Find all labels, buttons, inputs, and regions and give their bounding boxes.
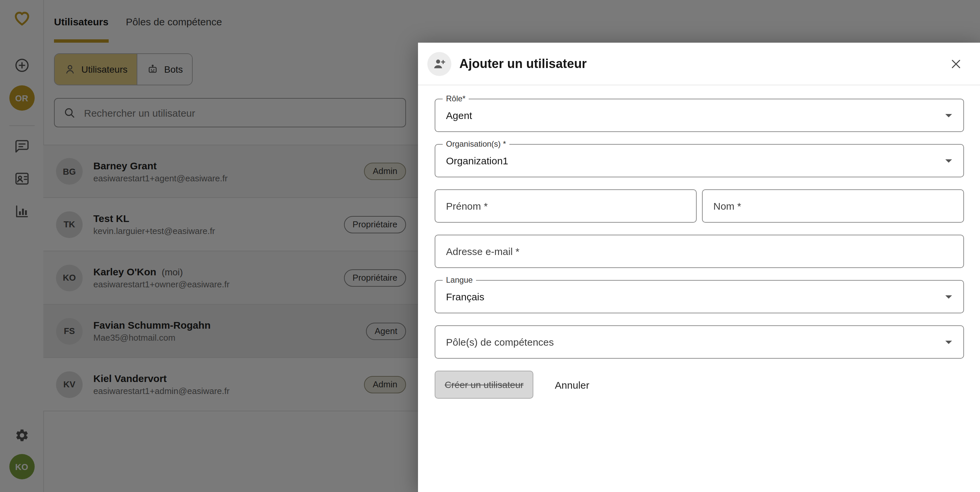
firstname-label: Prénom * — [446, 200, 488, 212]
poles-select[interactable]: Pôle(s) de compétences — [435, 325, 964, 359]
app-window: OR — [0, 0, 980, 492]
language-value: Français — [446, 291, 484, 303]
name-fields-row: Prénom * Nom * — [435, 189, 964, 235]
organisation-label: Organisation(s) * — [443, 139, 509, 149]
close-icon — [949, 56, 963, 71]
person-add-icon — [432, 56, 447, 71]
role-value: Agent — [446, 110, 472, 121]
dialog-title: Ajouter un utilisateur — [459, 56, 587, 71]
add-user-dialog: Ajouter un utilisateur Rôle* Agent Organ… — [418, 43, 980, 492]
lastname-field[interactable]: Nom * — [702, 189, 964, 223]
dialog-avatar — [427, 52, 451, 76]
add-user-form: Rôle* Agent Organisation(s) * Organizati… — [418, 85, 980, 399]
dialog-actions: Créer un utilisateur Annuler — [435, 371, 964, 399]
role-label: Rôle* — [443, 94, 469, 103]
chevron-down-icon — [941, 334, 957, 350]
organisation-select[interactable]: Organisation(s) * Organization1 — [435, 144, 964, 177]
language-label: Langue — [443, 275, 476, 285]
close-button[interactable] — [947, 54, 965, 73]
email-field[interactable]: Adresse e-mail * — [435, 235, 964, 268]
cancel-button[interactable]: Annuler — [551, 378, 593, 391]
email-label: Adresse e-mail * — [446, 246, 519, 257]
dialog-header: Ajouter un utilisateur — [418, 43, 980, 85]
chevron-down-icon — [941, 107, 957, 123]
role-select[interactable]: Rôle* Agent — [435, 99, 964, 132]
create-user-button[interactable]: Créer un utilisateur — [435, 371, 534, 399]
chevron-down-icon — [941, 289, 957, 305]
language-select[interactable]: Langue Français — [435, 280, 964, 313]
chevron-down-icon — [941, 153, 957, 169]
organisation-value: Organization1 — [446, 155, 508, 166]
lastname-label: Nom * — [713, 200, 741, 212]
firstname-field[interactable]: Prénom * — [435, 189, 697, 223]
poles-label: Pôle(s) de compétences — [446, 336, 554, 348]
